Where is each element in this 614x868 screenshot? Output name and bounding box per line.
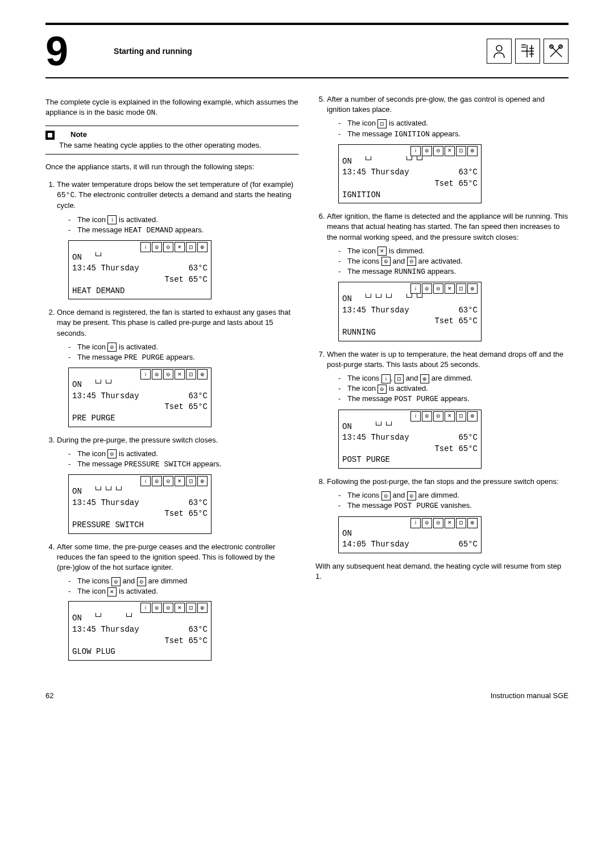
- display-icon: ⊕: [467, 518, 478, 528]
- display-icon: ✕: [175, 242, 185, 252]
- status-icon: ⊚: [407, 491, 416, 500]
- display-icon: ⊡: [456, 283, 466, 294]
- lcd-display: i⊚⊖✕⊡⊕ ON 13:45 Thursday63°C Tset 65°C G…: [68, 601, 211, 660]
- display-icon: ⊡: [186, 369, 196, 379]
- indicator: [364, 422, 373, 427]
- status-icon: ⊡: [395, 374, 404, 383]
- status-icon: ⊖: [381, 491, 391, 500]
- indicator: [135, 613, 144, 619]
- indicator: [384, 422, 393, 427]
- indicator: [114, 252, 123, 258]
- display-icon: i: [410, 518, 421, 528]
- list-item: The message RUNNING appears.: [338, 266, 569, 277]
- indicator: [104, 252, 113, 258]
- status-icon: ⊚: [381, 257, 391, 266]
- display-icon: i: [410, 411, 421, 422]
- list-item: The message POST PURGE appears.: [338, 394, 569, 404]
- status-icon: ✕: [377, 247, 387, 256]
- list-item: The icon ⊡ is activated.: [338, 118, 569, 128]
- display-icon: ⊕: [197, 476, 208, 486]
- status-icon: i: [107, 215, 117, 224]
- indicator: [415, 422, 424, 427]
- list-item: The icon i is activated.: [68, 215, 298, 225]
- step: After ignition, the flame is detected an…: [327, 211, 569, 277]
- indicator: [104, 486, 113, 492]
- indicator: [145, 486, 154, 492]
- indicator: [145, 252, 154, 258]
- indicator: [135, 379, 144, 385]
- list-item: The icon ✕ is activated.: [68, 586, 298, 596]
- indicator: [125, 379, 134, 385]
- indicator: [364, 156, 373, 162]
- doc-title: Instruction manual SGE: [491, 691, 569, 700]
- status-icon: ⊖: [407, 257, 416, 266]
- display-icon: ⊖: [433, 146, 443, 156]
- step: After a number of seconds pre-glow, the …: [327, 94, 569, 140]
- svg-point-0: [496, 45, 502, 51]
- status-icon: ✕: [107, 587, 117, 596]
- status-icon: ⊖: [107, 449, 117, 458]
- pre-steps-text: Once the appliance starts, it will run t…: [45, 162, 298, 172]
- display-icon: ⊚: [152, 603, 162, 613]
- indicator: [415, 528, 424, 534]
- display-icon: ⊕: [197, 242, 208, 252]
- list-item: The icons i, ⊡ and ⊕ are dimmed.: [338, 373, 569, 383]
- list-item: The message POST PURGE vanishes.: [338, 500, 569, 511]
- display-icon: ⊖: [433, 518, 443, 528]
- display-icon: ⊡: [186, 242, 196, 252]
- indicator: [364, 528, 373, 534]
- status-icon: i: [381, 374, 391, 383]
- display-icon: i: [410, 146, 421, 156]
- display-icon: ✕: [175, 369, 185, 379]
- lcd-display: i⊚⊖✕⊡⊕ ON 13:45 Thursday65°C Tset 65°C P…: [338, 410, 482, 469]
- indicator: [145, 379, 154, 385]
- display-icon: ⊚: [422, 411, 432, 422]
- step: When the water is up to temperature, the…: [327, 349, 569, 405]
- display-icon: ⊚: [422, 283, 432, 294]
- indicator: [405, 294, 414, 299]
- indicator: [94, 486, 103, 492]
- display-icon: ⊕: [197, 369, 208, 379]
- indicator: [395, 156, 404, 162]
- lcd-display: i⊚⊖✕⊡⊕ ON 14:05 Thursday65°C: [338, 516, 482, 553]
- lcd-display: i⊚⊖✕⊡⊕ ON 13:45 Thursday63°C Tset 65°C H…: [68, 240, 211, 299]
- indicator: [125, 486, 134, 492]
- display-icon: ⊡: [186, 603, 196, 613]
- indicator: [374, 422, 383, 427]
- list-item: The icon ✕ is dimmed.: [338, 246, 569, 256]
- display-icon: i: [410, 283, 421, 294]
- display-icon: ⊖: [163, 369, 173, 379]
- list-item: The message IGNITION appears.: [338, 129, 569, 140]
- display-icon: ✕: [175, 603, 185, 613]
- indicator: [114, 486, 123, 492]
- display-icon: ⊡: [186, 476, 196, 486]
- display-icon: ⊖: [163, 603, 173, 613]
- display-icon: ⊡: [456, 518, 466, 528]
- note-icon: [45, 131, 55, 140]
- display-icon: ⊡: [456, 146, 466, 156]
- indicator: [94, 252, 103, 258]
- display-icon: ✕: [175, 476, 185, 486]
- display-icon: ⊡: [456, 411, 466, 422]
- status-icon: ⊖: [137, 577, 146, 586]
- lcd-display: i⊚⊖✕⊡⊕ ON 13:45 Thursday63°C Tset 65°C R…: [338, 282, 482, 341]
- display-icon: i: [140, 476, 151, 486]
- indicator: [395, 294, 404, 299]
- indicator: [374, 294, 383, 299]
- heating-icon: [515, 39, 540, 64]
- display-icon: ⊚: [152, 242, 162, 252]
- indicator: [384, 156, 393, 162]
- indicator: [135, 252, 144, 258]
- list-item: The message PRESSURE SWITCH appears.: [68, 459, 298, 470]
- status-icon: ⊚: [377, 385, 387, 394]
- chapter-number: 9: [45, 31, 80, 72]
- indicator: [104, 379, 113, 385]
- indicator: [114, 613, 123, 619]
- step: Following the post-purge, the fan stops …: [327, 477, 569, 512]
- indicator: [384, 528, 393, 534]
- list-item: The message HEAT DEMAND appears.: [68, 225, 298, 236]
- indicator: [405, 422, 414, 427]
- display-icon: i: [140, 603, 151, 613]
- indicator: [145, 613, 154, 619]
- status-icon: ⊚: [111, 577, 121, 586]
